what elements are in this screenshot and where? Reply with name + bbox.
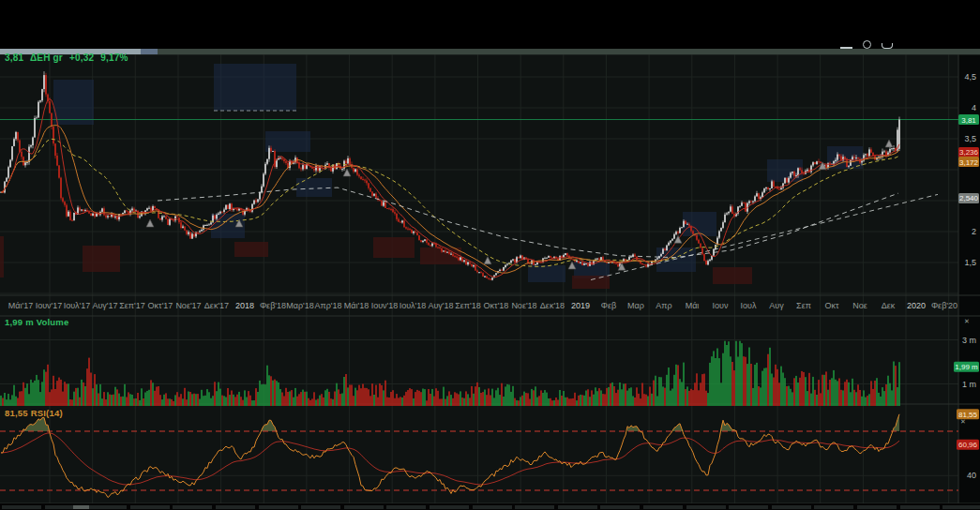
bottom-scrollbar-segment[interactable] (515, 505, 554, 509)
rsi-badge: 60,96 (957, 440, 979, 450)
rsi-indicator-name: RSI(14) (31, 408, 63, 418)
volume-indicator-name: Volume (37, 317, 69, 327)
minimize-icon[interactable] (840, 47, 852, 49)
x-axis-label: Μάι (686, 301, 700, 310)
x-axis-label: Οκτ'17 (148, 301, 173, 310)
remove-rsi-indicator-icon[interactable]: ✕ (960, 418, 966, 425)
x-axis-label: Δεκ'18 (540, 301, 565, 310)
x-axis-label: 2018 (235, 301, 254, 310)
window-control-icons[interactable] (840, 39, 906, 49)
volume-badge: 1,99 m (954, 362, 979, 372)
x-axis-label: Απρ (656, 301, 671, 310)
bottom-scrollbar-segment[interactable] (259, 505, 298, 509)
bottom-scrollbar-segment[interactable] (473, 505, 512, 509)
chart-area[interactable]: 4,543,521,53 m1 m40Μάι'17Ιουν'17Ιουλ'17Α… (0, 0, 980, 510)
chart-window: 4,543,521,53 m1 m40Μάι'17Ιουν'17Ιουλ'17Α… (0, 0, 980, 510)
rsi-pane-label: 81,55 RSI(14) (5, 408, 63, 418)
ticker-change-pct: 9,17% (100, 52, 128, 63)
x-axis-label: Μαρ (627, 301, 644, 310)
x-axis-label: Αυγ'18 (428, 301, 453, 310)
ticker-last: 3,81 (5, 52, 23, 63)
restore-icon[interactable] (882, 43, 893, 49)
x-axis-label: Μάι'17 (8, 301, 33, 310)
bottom-scrollbar-thumb[interactable] (73, 505, 89, 509)
top-scrollbar[interactable] (0, 49, 980, 54)
svg-text:3,236: 3,236 (959, 148, 979, 157)
bottom-scrollbar-segment[interactable] (216, 505, 255, 509)
price-tick-label: 4 (972, 103, 976, 112)
volume-last-value: 1,99 m (5, 317, 34, 327)
bottom-scrollbar-segment[interactable] (173, 505, 212, 509)
bottom-scrollbar-segment[interactable] (2, 505, 41, 509)
volume-tick-label: 1 m (962, 380, 976, 389)
bottom-scrollbar-segment[interactable] (900, 505, 940, 509)
x-axis-label: Οκτ'18 (484, 301, 509, 310)
x-axis-label: Σεπ'17 (119, 301, 145, 310)
x-axis-label: Ιουν'18 (371, 301, 399, 310)
svg-text:60,96: 60,96 (958, 441, 978, 449)
ticker-symbol: ΔΕΗ gr (30, 52, 63, 63)
volume-tick-label: 3 m (962, 336, 976, 345)
x-axis-label: Σεπ'18 (455, 301, 481, 310)
ticker-info: 3,81 ΔΕΗ gr +0,32 9,17% (5, 52, 132, 63)
rsi-tick-label: 40 (967, 471, 976, 480)
x-axis-label: Δεκ (882, 301, 896, 310)
x-axis-label: Αυγ (769, 301, 784, 310)
x-axis-label: Φεβ'20 (931, 301, 957, 310)
chart-background (0, 54, 958, 503)
bottom-scrollbar-segment[interactable] (643, 505, 683, 509)
svg-text:3,172: 3,172 (959, 158, 979, 167)
ticker-change: +0,32 (69, 52, 94, 63)
bottom-scrollbar-segment[interactable] (430, 505, 469, 509)
remove-volume-indicator-icon[interactable]: ✕ (964, 318, 970, 324)
bottom-scrollbar-segment[interactable] (600, 505, 640, 509)
x-axis-label: Ιουλ (741, 301, 757, 310)
x-axis-label: Φεβ (601, 301, 616, 310)
x-axis-label: Ιουλ'18 (400, 301, 427, 310)
svg-text:2,540: 2,540 (959, 194, 979, 202)
price-tick-label: 2 (972, 227, 976, 236)
price-badge: 3,81 (958, 114, 979, 125)
bottom-scrollbar-segment[interactable] (558, 505, 597, 509)
rsi-last-value: 81,55 (5, 408, 28, 418)
volume-pane-label: 1,99 m Volume (5, 317, 68, 327)
x-axis-label: Οκτ (824, 301, 839, 310)
bottom-scrollbar-segment[interactable] (686, 505, 726, 509)
x-axis-label: Μαρ'18 (286, 301, 314, 310)
bottom-scrollbar-segment[interactable] (772, 505, 811, 509)
x-axis-label: Νοε (852, 301, 867, 310)
bottom-scrollbar-segment[interactable] (344, 505, 384, 509)
bottom-scrollbar-segment[interactable] (729, 505, 768, 509)
x-axis-label: Σεπ (796, 301, 811, 310)
x-axis-label: Φεβ'18 (260, 301, 286, 310)
price-tick-label: 4,5 (964, 72, 976, 82)
price-badge: 3,172 (958, 157, 979, 167)
stock-chart-svg[interactable]: 4,543,521,53 m1 m40Μάι'17Ιουν'17Ιουλ'17Α… (0, 0, 980, 510)
circle-icon[interactable] (863, 40, 871, 49)
bottom-scrollbar-segment[interactable] (857, 505, 897, 509)
x-axis-label: Νοε'17 (175, 301, 201, 310)
price-badge: 2,540 (958, 193, 979, 203)
top-scrollbar-thumb-end[interactable] (141, 49, 158, 54)
bottom-scrollbar-segment[interactable] (814, 505, 853, 509)
x-axis-label: Ιουν'17 (36, 301, 63, 310)
x-axis-label: Απρ'18 (314, 301, 341, 310)
bottom-scrollbar-segment[interactable] (87, 505, 127, 509)
price-tick-label: 3,5 (964, 134, 976, 143)
x-axis-label: Νοε'18 (511, 301, 536, 310)
bottom-scrollbar-segment[interactable] (386, 505, 426, 509)
x-axis-label: Μάι'18 (344, 301, 369, 310)
bottom-scrollbar[interactable] (0, 503, 980, 510)
x-axis-label: Δεκ'17 (204, 301, 229, 310)
bottom-scrollbar-segment[interactable] (942, 505, 980, 509)
bottom-scrollbar-segment[interactable] (130, 505, 170, 509)
x-axis-label: Ιουλ'17 (64, 301, 91, 310)
svg-text:1,99 m: 1,99 m (955, 363, 978, 371)
x-axis-label: Αυγ'17 (92, 301, 117, 310)
svg-text:3,81: 3,81 (961, 116, 976, 125)
x-axis-label: 2019 (571, 301, 590, 310)
bottom-scrollbar-segment[interactable] (301, 505, 340, 509)
price-badge: 3,236 (958, 147, 979, 158)
x-axis-label: Ιουν (713, 301, 729, 310)
x-axis-label: 2020 (907, 301, 926, 310)
